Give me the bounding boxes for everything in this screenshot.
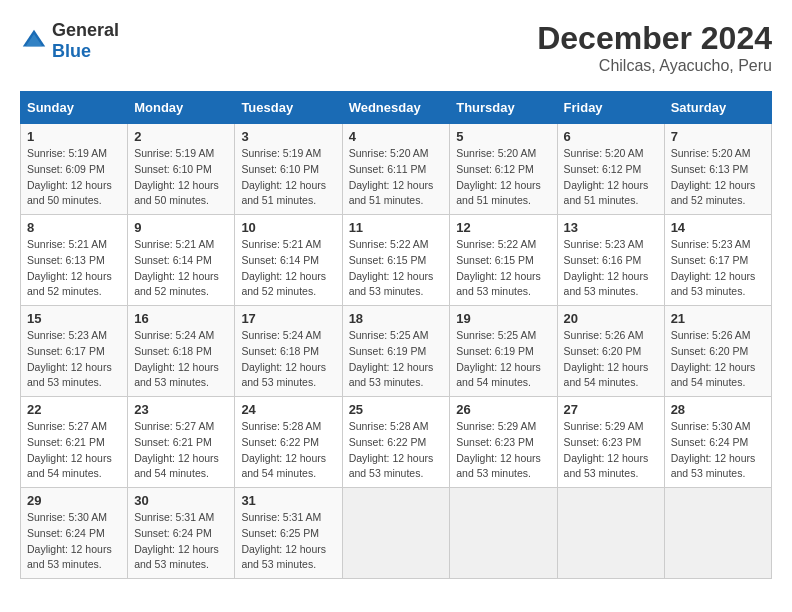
calendar-cell: 16 Sunrise: 5:24 AM Sunset: 6:18 PM Dayl… [128, 306, 235, 397]
page-header: General Blue December 2024 Chilcas, Ayac… [20, 20, 772, 75]
calendar-cell: 23 Sunrise: 5:27 AM Sunset: 6:21 PM Dayl… [128, 397, 235, 488]
day-number: 20 [564, 311, 658, 326]
day-number: 10 [241, 220, 335, 235]
day-info: Sunrise: 5:23 AM Sunset: 6:16 PM Dayligh… [564, 237, 658, 300]
calendar-cell: 2 Sunrise: 5:19 AM Sunset: 6:10 PM Dayli… [128, 124, 235, 215]
calendar-cell: 5 Sunrise: 5:20 AM Sunset: 6:12 PM Dayli… [450, 124, 557, 215]
calendar-header-monday: Monday [128, 92, 235, 124]
day-info: Sunrise: 5:30 AM Sunset: 6:24 PM Dayligh… [27, 510, 121, 573]
calendar-cell: 9 Sunrise: 5:21 AM Sunset: 6:14 PM Dayli… [128, 215, 235, 306]
day-info: Sunrise: 5:21 AM Sunset: 6:14 PM Dayligh… [241, 237, 335, 300]
day-info: Sunrise: 5:25 AM Sunset: 6:19 PM Dayligh… [349, 328, 444, 391]
calendar-cell: 14 Sunrise: 5:23 AM Sunset: 6:17 PM Dayl… [664, 215, 771, 306]
calendar-cell: 19 Sunrise: 5:25 AM Sunset: 6:19 PM Dayl… [450, 306, 557, 397]
day-number: 30 [134, 493, 228, 508]
calendar-header-saturday: Saturday [664, 92, 771, 124]
day-info: Sunrise: 5:23 AM Sunset: 6:17 PM Dayligh… [671, 237, 765, 300]
day-number: 13 [564, 220, 658, 235]
day-info: Sunrise: 5:24 AM Sunset: 6:18 PM Dayligh… [134, 328, 228, 391]
logo-general-text: General [52, 20, 119, 40]
calendar-header-tuesday: Tuesday [235, 92, 342, 124]
day-number: 17 [241, 311, 335, 326]
calendar-cell: 10 Sunrise: 5:21 AM Sunset: 6:14 PM Dayl… [235, 215, 342, 306]
calendar-cell: 24 Sunrise: 5:28 AM Sunset: 6:22 PM Dayl… [235, 397, 342, 488]
calendar-week-3: 15 Sunrise: 5:23 AM Sunset: 6:17 PM Dayl… [21, 306, 772, 397]
day-number: 24 [241, 402, 335, 417]
page-title: December 2024 [537, 20, 772, 57]
calendar-week-4: 22 Sunrise: 5:27 AM Sunset: 6:21 PM Dayl… [21, 397, 772, 488]
calendar-cell: 1 Sunrise: 5:19 AM Sunset: 6:09 PM Dayli… [21, 124, 128, 215]
calendar-cell: 28 Sunrise: 5:30 AM Sunset: 6:24 PM Dayl… [664, 397, 771, 488]
day-info: Sunrise: 5:29 AM Sunset: 6:23 PM Dayligh… [456, 419, 550, 482]
calendar-cell: 3 Sunrise: 5:19 AM Sunset: 6:10 PM Dayli… [235, 124, 342, 215]
calendar-cell: 30 Sunrise: 5:31 AM Sunset: 6:24 PM Dayl… [128, 488, 235, 579]
day-info: Sunrise: 5:22 AM Sunset: 6:15 PM Dayligh… [456, 237, 550, 300]
day-number: 28 [671, 402, 765, 417]
day-number: 22 [27, 402, 121, 417]
day-number: 1 [27, 129, 121, 144]
day-number: 11 [349, 220, 444, 235]
calendar-cell: 25 Sunrise: 5:28 AM Sunset: 6:22 PM Dayl… [342, 397, 450, 488]
day-info: Sunrise: 5:20 AM Sunset: 6:12 PM Dayligh… [564, 146, 658, 209]
day-info: Sunrise: 5:20 AM Sunset: 6:13 PM Dayligh… [671, 146, 765, 209]
day-number: 15 [27, 311, 121, 326]
day-info: Sunrise: 5:19 AM Sunset: 6:10 PM Dayligh… [241, 146, 335, 209]
day-info: Sunrise: 5:27 AM Sunset: 6:21 PM Dayligh… [27, 419, 121, 482]
day-info: Sunrise: 5:24 AM Sunset: 6:18 PM Dayligh… [241, 328, 335, 391]
day-info: Sunrise: 5:30 AM Sunset: 6:24 PM Dayligh… [671, 419, 765, 482]
calendar-cell: 22 Sunrise: 5:27 AM Sunset: 6:21 PM Dayl… [21, 397, 128, 488]
calendar-week-1: 1 Sunrise: 5:19 AM Sunset: 6:09 PM Dayli… [21, 124, 772, 215]
day-info: Sunrise: 5:26 AM Sunset: 6:20 PM Dayligh… [671, 328, 765, 391]
day-number: 25 [349, 402, 444, 417]
calendar-header-friday: Friday [557, 92, 664, 124]
calendar-cell: 13 Sunrise: 5:23 AM Sunset: 6:16 PM Dayl… [557, 215, 664, 306]
day-number: 2 [134, 129, 228, 144]
day-number: 21 [671, 311, 765, 326]
day-number: 5 [456, 129, 550, 144]
day-number: 3 [241, 129, 335, 144]
day-info: Sunrise: 5:29 AM Sunset: 6:23 PM Dayligh… [564, 419, 658, 482]
day-info: Sunrise: 5:19 AM Sunset: 6:10 PM Dayligh… [134, 146, 228, 209]
calendar-cell: 18 Sunrise: 5:25 AM Sunset: 6:19 PM Dayl… [342, 306, 450, 397]
calendar-cell: 12 Sunrise: 5:22 AM Sunset: 6:15 PM Dayl… [450, 215, 557, 306]
day-number: 27 [564, 402, 658, 417]
day-number: 7 [671, 129, 765, 144]
calendar-cell: 29 Sunrise: 5:30 AM Sunset: 6:24 PM Dayl… [21, 488, 128, 579]
calendar-cell [450, 488, 557, 579]
day-number: 29 [27, 493, 121, 508]
day-number: 8 [27, 220, 121, 235]
day-info: Sunrise: 5:28 AM Sunset: 6:22 PM Dayligh… [349, 419, 444, 482]
page-subtitle: Chilcas, Ayacucho, Peru [537, 57, 772, 75]
calendar-cell [664, 488, 771, 579]
day-number: 18 [349, 311, 444, 326]
calendar-cell: 11 Sunrise: 5:22 AM Sunset: 6:15 PM Dayl… [342, 215, 450, 306]
day-info: Sunrise: 5:31 AM Sunset: 6:24 PM Dayligh… [134, 510, 228, 573]
logo-icon [20, 27, 48, 55]
calendar-header-thursday: Thursday [450, 92, 557, 124]
day-number: 9 [134, 220, 228, 235]
calendar-cell: 4 Sunrise: 5:20 AM Sunset: 6:11 PM Dayli… [342, 124, 450, 215]
logo-blue-text: Blue [52, 41, 91, 61]
calendar-cell [342, 488, 450, 579]
day-number: 26 [456, 402, 550, 417]
day-number: 19 [456, 311, 550, 326]
calendar-cell: 17 Sunrise: 5:24 AM Sunset: 6:18 PM Dayl… [235, 306, 342, 397]
calendar-header-row: SundayMondayTuesdayWednesdayThursdayFrid… [21, 92, 772, 124]
title-block: December 2024 Chilcas, Ayacucho, Peru [537, 20, 772, 75]
calendar-cell: 27 Sunrise: 5:29 AM Sunset: 6:23 PM Dayl… [557, 397, 664, 488]
day-info: Sunrise: 5:25 AM Sunset: 6:19 PM Dayligh… [456, 328, 550, 391]
calendar-header-sunday: Sunday [21, 92, 128, 124]
day-number: 6 [564, 129, 658, 144]
day-number: 12 [456, 220, 550, 235]
calendar-week-2: 8 Sunrise: 5:21 AM Sunset: 6:13 PM Dayli… [21, 215, 772, 306]
calendar-cell: 21 Sunrise: 5:26 AM Sunset: 6:20 PM Dayl… [664, 306, 771, 397]
calendar-cell: 8 Sunrise: 5:21 AM Sunset: 6:13 PM Dayli… [21, 215, 128, 306]
calendar-cell: 26 Sunrise: 5:29 AM Sunset: 6:23 PM Dayl… [450, 397, 557, 488]
day-number: 14 [671, 220, 765, 235]
day-info: Sunrise: 5:20 AM Sunset: 6:12 PM Dayligh… [456, 146, 550, 209]
calendar-cell [557, 488, 664, 579]
calendar-cell: 15 Sunrise: 5:23 AM Sunset: 6:17 PM Dayl… [21, 306, 128, 397]
day-info: Sunrise: 5:22 AM Sunset: 6:15 PM Dayligh… [349, 237, 444, 300]
calendar-cell: 20 Sunrise: 5:26 AM Sunset: 6:20 PM Dayl… [557, 306, 664, 397]
logo: General Blue [20, 20, 119, 62]
